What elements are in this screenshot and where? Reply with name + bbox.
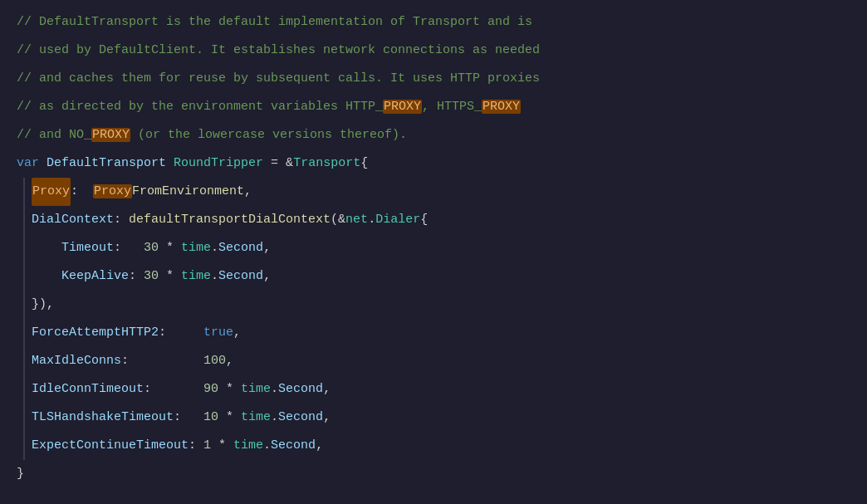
code-line-1: // DefaultTransport is the default imple… (0, 8, 867, 37)
field-keepalive: KeepAlive (61, 262, 129, 291)
comment-text: // DefaultTransport is the default imple… (17, 8, 532, 37)
closing-brace: } (17, 460, 24, 488)
code-line-10: KeepAlive: 30 * time.Second, (0, 262, 867, 291)
idle-timeout-value: 90 (203, 375, 218, 404)
time-second-4: Second (278, 404, 323, 432)
code-line-15: TLSHandshakeTimeout: 10 * time.Second, (0, 404, 867, 432)
comment-text: // and caches them for reuse by subseque… (17, 65, 540, 93)
time-second-5: Second (271, 432, 316, 460)
comment-text: // used by DefaultClient. It establishes… (17, 37, 540, 65)
code-line-8: DialContext: defaultTransportDialContext… (0, 206, 867, 234)
code-line-7: Proxy: ProxyFromEnvironment, (0, 178, 867, 206)
value-true: true (203, 319, 233, 347)
field-force-http2: ForceAttemptHTTP2 (32, 319, 159, 347)
time-second-3: Second (278, 375, 323, 404)
time-second: Second (218, 234, 263, 262)
func-proxy-from-env: ProxyFromEnvironment (93, 178, 244, 206)
field-idle-conn-timeout: IdleConnTimeout (32, 375, 144, 404)
time-package-2: time (181, 262, 211, 291)
keepalive-value: 30 (144, 262, 159, 291)
keyword-var: var (17, 149, 39, 178)
code-line-5: // and NO_PROXY (or the lowercase versio… (0, 121, 867, 149)
timeout-value: 30 (144, 234, 159, 262)
comment-text: // and NO_PROXY (or the lowercase versio… (17, 121, 407, 149)
field-proxy-highlighted: Proxy (32, 178, 71, 206)
code-line-11: }), (0, 291, 867, 319)
code-line-9: Timeout: 30 * time.Second, (0, 234, 867, 262)
code-line-12: ForceAttemptHTTP2: true, (0, 319, 867, 347)
code-line-14: IdleConnTimeout: 90 * time.Second, (0, 375, 867, 404)
type-net: net (345, 206, 368, 234)
field-dialcontext: DialContext (32, 206, 114, 234)
time-package-5: time (233, 432, 263, 460)
code-editor: // DefaultTransport is the default imple… (0, 0, 867, 504)
expect-value: 1 (203, 432, 211, 460)
field-expect-continue: ExpectContinueTimeout (32, 432, 189, 460)
type-roundtripper: RoundTripper (174, 149, 263, 178)
type-transport: Transport (293, 149, 360, 178)
code-line-17: } (0, 460, 867, 488)
code-line-16: ExpectContinueTimeout: 1 * time.Second, (0, 432, 867, 460)
time-second-2: Second (218, 262, 263, 291)
time-package-4: time (241, 404, 271, 432)
max-idle-value: 100 (203, 347, 226, 375)
type-dialer: Dialer (375, 206, 420, 234)
field-tls-handshake: TLSHandshakeTimeout (32, 404, 174, 432)
code-line-13: MaxIdleConns: 100, (0, 347, 867, 375)
field-max-idle-conns: MaxIdleConns (32, 347, 121, 375)
func-dialcontext: defaultTransportDialContext (129, 206, 331, 234)
var-default-transport: DefaultTransport (47, 149, 166, 178)
code-line-6: var DefaultTransport RoundTripper = &Tra… (0, 149, 867, 178)
tls-timeout-value: 10 (203, 404, 218, 432)
code-line-2: // used by DefaultClient. It establishes… (0, 37, 867, 65)
field-timeout: Timeout (61, 234, 114, 262)
time-package-3: time (241, 375, 271, 404)
comment-text: // as directed by the environment variab… (17, 93, 521, 121)
code-line-3: // and caches them for reuse by subseque… (0, 65, 867, 93)
time-package: time (181, 234, 211, 262)
code-line-4: // as directed by the environment variab… (0, 93, 867, 121)
